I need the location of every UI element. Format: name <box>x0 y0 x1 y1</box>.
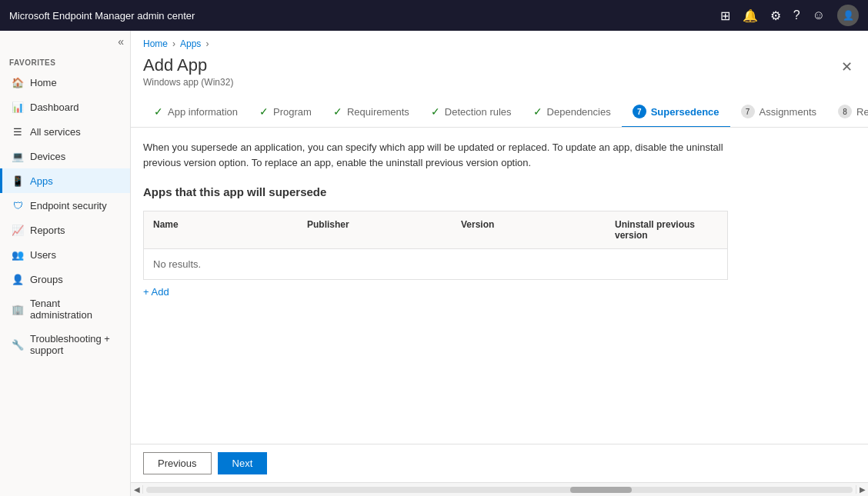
add-button[interactable]: + Add <box>143 280 169 304</box>
breadcrumb-home[interactable]: Home <box>143 38 168 49</box>
tab-detection-rules[interactable]: ✓ Detection rules <box>420 98 522 127</box>
sidebar-item-dashboard[interactable]: 📊 Dashboard <box>0 95 130 119</box>
tab-check-requirements: ✓ <box>333 105 342 118</box>
page-header: Add App Windows app (Win32) ✕ <box>131 52 868 97</box>
page-header-left: Add App Windows app (Win32) <box>143 55 233 88</box>
tab-supersedence-label: Supersedence <box>651 106 719 118</box>
col-publisher: Publisher <box>298 211 452 248</box>
scrollbar-track-container <box>143 487 856 493</box>
scroll-left-arrow[interactable]: ◀ <box>131 485 143 494</box>
sidebar-item-users-label: Users <box>30 249 56 261</box>
scroll-right-arrow[interactable]: ▶ <box>856 485 868 494</box>
tab-supersedence[interactable]: 7 Supersedence <box>622 97 730 128</box>
tab-app-information-label: App information <box>168 106 238 118</box>
troubleshoot-icon: 🔧 <box>12 338 24 351</box>
tab-check-program: ✓ <box>259 105 269 118</box>
tab-check-app-information: ✓ <box>154 105 163 118</box>
sidebar-item-all-services[interactable]: ☰ All services <box>0 119 130 144</box>
col-version: Version <box>452 211 606 248</box>
sidebar-collapse: « <box>0 31 130 52</box>
tab-program[interactable]: ✓ Program <box>249 98 322 127</box>
tab-review-create-label: Review + create <box>856 106 868 118</box>
next-button[interactable]: Next <box>218 452 268 474</box>
sidebar-item-devices[interactable]: 💻 Devices <box>0 144 130 168</box>
breadcrumb-sep-2: › <box>205 38 209 49</box>
sidebar-collapse-button[interactable]: « <box>118 35 124 48</box>
home-icon: 🏠 <box>12 76 24 88</box>
help-icon[interactable]: ? <box>793 8 800 22</box>
tab-requirements-label: Requirements <box>347 106 409 118</box>
add-label: + Add <box>143 286 169 298</box>
tab-check-dependencies: ✓ <box>533 105 542 118</box>
bottom-scrollbar: ◀ ▶ <box>131 482 868 496</box>
sidebar-item-groups-label: Groups <box>30 274 63 285</box>
content-area: Home › Apps › Add App Windows app (Win32… <box>131 31 868 496</box>
topbar-icons: ⊞ 🔔 ⚙ ? ☺ 👤 <box>720 5 859 26</box>
tab-dependencies[interactable]: ✓ Dependencies <box>522 98 622 127</box>
col-name: Name <box>144 211 298 248</box>
sidebar-item-apps-label: Apps <box>30 175 53 187</box>
feedback-icon[interactable]: ☺ <box>813 8 825 22</box>
tabs: ✓ App information ✓ Program ✓ Requiremen… <box>131 97 868 128</box>
info-text: When you supersede an application, you c… <box>143 140 728 170</box>
topbar: Microsoft Endpoint Manager admin center … <box>0 0 868 31</box>
users-icon: 👥 <box>12 248 24 261</box>
scrollbar-track[interactable] <box>146 487 853 493</box>
table-empty-message: No results. <box>144 249 727 279</box>
bell-icon[interactable]: 🔔 <box>743 8 758 23</box>
sidebar-item-tenant-label: Tenant administration <box>30 298 121 321</box>
tab-num-assignments: 7 <box>741 105 755 118</box>
sidebar-item-troubleshooting-label: Troubleshooting + support <box>30 333 121 356</box>
apps-icon: 📱 <box>12 175 24 187</box>
reports-icon: 📈 <box>12 224 24 236</box>
sidebar-item-home-label: Home <box>30 77 57 88</box>
tab-requirements[interactable]: ✓ Requirements <box>322 98 420 127</box>
main-layout: « FAVORITES 🏠 Home 📊 Dashboard ☰ All ser… <box>0 31 868 496</box>
tab-num-review-create: 8 <box>838 105 852 118</box>
tab-program-label: Program <box>273 106 312 118</box>
sidebar-item-users[interactable]: 👥 Users <box>0 242 130 267</box>
sidebar-item-endpoint-security-label: Endpoint security <box>30 200 107 211</box>
sidebar-item-tenant-administration[interactable]: 🏢 Tenant administration <box>0 291 130 327</box>
tab-dependencies-label: Dependencies <box>547 106 611 118</box>
sidebar-item-endpoint-security[interactable]: 🛡 Endpoint security <box>0 193 130 218</box>
sidebar-item-apps[interactable]: 📱 Apps <box>0 168 130 193</box>
favorites-label: FAVORITES <box>0 52 130 70</box>
services-icon: ☰ <box>12 125 24 138</box>
sidebar-item-groups[interactable]: 👤 Groups <box>0 267 130 291</box>
tab-assignments-label: Assignments <box>760 106 816 118</box>
section-heading: Apps that this app will supersede <box>143 185 856 198</box>
dashboard-icon: 📊 <box>12 101 24 113</box>
tab-content: When you supersede an application, you c… <box>131 128 868 444</box>
col-uninstall: Uninstall previous version <box>606 211 727 248</box>
page-subtitle: Windows app (Win32) <box>143 77 233 88</box>
table-header: Name Publisher Version Uninstall previou… <box>144 211 727 249</box>
avatar[interactable]: 👤 <box>837 5 859 26</box>
groups-icon: 👤 <box>12 273 24 285</box>
footer: Previous Next <box>131 444 868 482</box>
sidebar-item-all-services-label: All services <box>30 126 81 138</box>
tab-app-information[interactable]: ✓ App information <box>143 98 249 127</box>
breadcrumb-sep-1: › <box>172 38 175 49</box>
security-icon: 🛡 <box>12 199 24 211</box>
grid-icon[interactable]: ⊞ <box>720 8 730 23</box>
sidebar-item-home[interactable]: 🏠 Home <box>0 70 130 95</box>
devices-icon: 💻 <box>12 150 24 162</box>
topbar-title: Microsoft Endpoint Manager admin center <box>9 10 714 22</box>
settings-icon[interactable]: ⚙ <box>770 8 781 23</box>
sidebar-item-reports-label: Reports <box>30 225 65 236</box>
tab-review-create[interactable]: 8 Review + create <box>827 97 868 128</box>
sidebar-item-troubleshooting[interactable]: 🔧 Troubleshooting + support <box>0 327 130 362</box>
sidebar-item-reports[interactable]: 📈 Reports <box>0 218 130 242</box>
tab-assignments[interactable]: 7 Assignments <box>730 97 827 128</box>
sidebar-item-dashboard-label: Dashboard <box>30 102 79 113</box>
tab-detection-rules-label: Detection rules <box>445 106 512 118</box>
previous-button[interactable]: Previous <box>143 452 212 474</box>
breadcrumb: Home › Apps › <box>131 31 868 52</box>
sidebar: « FAVORITES 🏠 Home 📊 Dashboard ☰ All ser… <box>0 31 131 496</box>
scrollbar-thumb[interactable] <box>570 487 632 493</box>
tenant-icon: 🏢 <box>12 303 24 315</box>
breadcrumb-apps[interactable]: Apps <box>180 38 201 49</box>
sidebar-item-devices-label: Devices <box>30 151 65 162</box>
close-button[interactable]: ✕ <box>838 55 856 78</box>
